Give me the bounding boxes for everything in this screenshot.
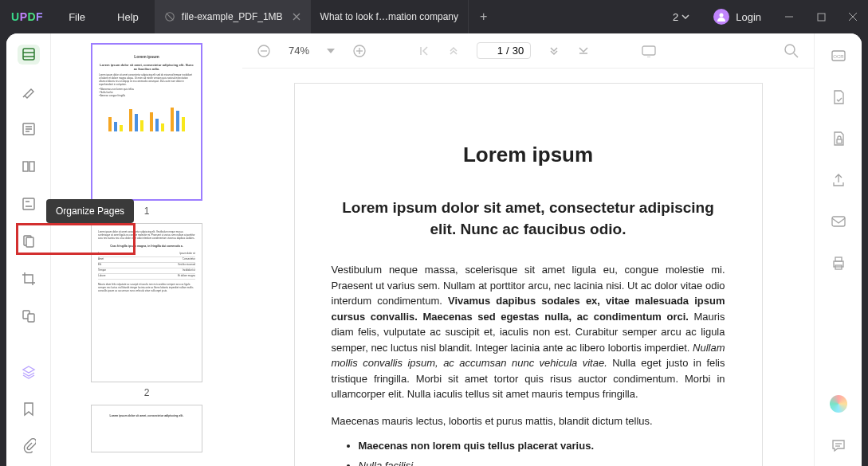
doc-list: Maecenas non lorem quis tellus placerat … bbox=[332, 440, 725, 466]
titlebar: UPDF File Help file-example_PDF_1MB What… bbox=[0, 0, 868, 33]
crop-tool[interactable] bbox=[18, 268, 40, 288]
svg-rect-14 bbox=[29, 162, 34, 171]
minimize-button[interactable] bbox=[774, 0, 804, 33]
ai-tool[interactable] bbox=[827, 393, 850, 415]
left-toolbar bbox=[6, 33, 51, 466]
page-current-input[interactable] bbox=[484, 45, 503, 57]
thumb-number: 1 bbox=[144, 206, 150, 217]
zoom-out-button[interactable] bbox=[257, 44, 271, 58]
right-toolbar: OCR bbox=[814, 33, 862, 466]
app-logo: UPDF bbox=[0, 10, 53, 23]
page-layout-tool[interactable] bbox=[18, 157, 40, 177]
logo-letter: P bbox=[20, 10, 28, 23]
document-viewport[interactable]: Lorem ipsum Lorem ipsum dolor sit amet, … bbox=[242, 69, 814, 466]
comment-tool[interactable] bbox=[827, 434, 850, 456]
pdf-page: Lorem ipsum Lorem ipsum dolor sit amet, … bbox=[294, 83, 763, 466]
form-tool[interactable] bbox=[18, 194, 40, 214]
svg-point-26 bbox=[785, 45, 795, 54]
page-total: 30 bbox=[513, 45, 524, 57]
ocr-tool[interactable]: OCR bbox=[827, 45, 850, 67]
organize-pages-tool[interactable] bbox=[18, 231, 40, 251]
menu-help[interactable]: Help bbox=[101, 11, 155, 23]
attachment-tool[interactable] bbox=[18, 434, 40, 456]
zoom-level: 74% bbox=[289, 45, 309, 57]
login-button[interactable]: Login bbox=[702, 9, 772, 25]
list-item: Maecenas non lorem quis tellus placerat … bbox=[359, 440, 725, 452]
avatar-icon bbox=[713, 9, 729, 25]
protect-tool[interactable] bbox=[827, 127, 850, 150]
share-tool[interactable] bbox=[827, 169, 850, 191]
list-item: Nulla facilisi. bbox=[359, 460, 725, 466]
svg-rect-17 bbox=[26, 237, 33, 247]
svg-rect-15 bbox=[23, 198, 34, 210]
svg-rect-30 bbox=[837, 139, 842, 143]
zoom-in-button[interactable] bbox=[352, 44, 367, 58]
prev-page-button[interactable] bbox=[448, 45, 459, 57]
thumbnails-tool[interactable] bbox=[18, 45, 40, 65]
thumbnail-page-1[interactable]: Lorem ipsum Lorem ipsum dolor sit amet, … bbox=[91, 43, 202, 201]
email-tool[interactable] bbox=[827, 210, 850, 233]
print-tool[interactable] bbox=[827, 252, 850, 274]
search-button[interactable] bbox=[784, 43, 799, 59]
svg-line-1 bbox=[166, 14, 173, 21]
svg-text:OCR: OCR bbox=[833, 54, 844, 59]
presentation-button[interactable] bbox=[641, 45, 657, 57]
new-tab-button[interactable]: + bbox=[469, 10, 498, 24]
convert-tool[interactable] bbox=[827, 86, 850, 108]
doc-h1: Lorem ipsum bbox=[332, 143, 725, 167]
menu-file[interactable]: File bbox=[53, 11, 101, 23]
logo-letter: D bbox=[27, 10, 36, 23]
next-page-button[interactable] bbox=[548, 45, 560, 57]
svg-rect-33 bbox=[835, 257, 842, 261]
thumb2-heading: Cras fringilla ipsum magna, in fringilla… bbox=[98, 245, 195, 249]
layers-tool[interactable] bbox=[18, 361, 40, 383]
doc-para1: Vestibulum neque massa, scelerisque sit … bbox=[332, 262, 725, 402]
thumb-number: 2 bbox=[144, 387, 150, 398]
chevron-down-icon bbox=[681, 14, 689, 19]
thumbnail-panel: Lorem ipsum Lorem ipsum dolor sit amet, … bbox=[51, 33, 242, 466]
page-input[interactable]: / 30 bbox=[477, 42, 531, 59]
svg-rect-6 bbox=[818, 14, 825, 21]
tab-label: file-example_PDF_1MB bbox=[182, 11, 283, 22]
svg-point-4 bbox=[720, 14, 724, 18]
thumbnail-page-2[interactable]: Lorem ipsum dolor sit amet consectetur a… bbox=[91, 223, 202, 382]
maximize-button[interactable] bbox=[806, 0, 836, 33]
viewer-toolbar: 74% / 30 bbox=[242, 33, 814, 69]
tab-active[interactable]: file-example_PDF_1MB bbox=[155, 0, 311, 33]
logo-letter: F bbox=[36, 10, 43, 23]
svg-rect-13 bbox=[23, 162, 28, 171]
main-viewer: 74% / 30 Lorem ipsum Lorem ipsum dolor s… bbox=[242, 33, 814, 466]
thumb-subtitle: Lorem ipsum dolor sit amet, consectetur … bbox=[99, 63, 194, 71]
tab-count[interactable]: 2 bbox=[662, 11, 701, 23]
close-window-button[interactable] bbox=[838, 0, 868, 33]
thumbnail-page-3[interactable]: Lorem ipsum dolor sit amet, consectetur … bbox=[91, 405, 202, 452]
zoom-dropdown[interactable] bbox=[327, 49, 335, 53]
svg-line-27 bbox=[794, 53, 798, 57]
content-area: Lorem ipsum Lorem ipsum dolor sit amet, … bbox=[6, 33, 862, 466]
thumb-title: Lorem ipsum bbox=[99, 54, 194, 60]
doc-para2: Maecenas mauris lectus, lobortis et puru… bbox=[332, 413, 725, 429]
thumb-chart bbox=[107, 103, 187, 131]
text-edit-tool[interactable] bbox=[18, 119, 40, 139]
bookmark-tool[interactable] bbox=[18, 397, 40, 420]
svg-rect-31 bbox=[832, 217, 845, 226]
doc-h2: Lorem ipsum dolor sit amet, consectetur … bbox=[332, 198, 725, 240]
login-label: Login bbox=[736, 11, 761, 23]
page-sep: / bbox=[506, 45, 509, 57]
logo-letter: U bbox=[11, 10, 20, 23]
highlighter-tool[interactable] bbox=[18, 82, 40, 102]
compare-tool[interactable] bbox=[18, 306, 40, 326]
svg-rect-25 bbox=[642, 46, 655, 55]
last-page-button[interactable] bbox=[577, 45, 590, 57]
document-icon bbox=[164, 11, 175, 22]
colorful-icon bbox=[830, 395, 847, 413]
svg-rect-19 bbox=[28, 314, 34, 322]
tab-label: What to look f…mation company bbox=[320, 11, 458, 22]
tab-inactive[interactable]: What to look f…mation company bbox=[311, 0, 469, 33]
close-icon[interactable] bbox=[293, 13, 300, 21]
tooltip: Organize Pages bbox=[46, 199, 134, 223]
count-value: 2 bbox=[673, 11, 678, 23]
first-page-button[interactable] bbox=[418, 45, 430, 57]
svg-rect-9 bbox=[23, 49, 34, 60]
